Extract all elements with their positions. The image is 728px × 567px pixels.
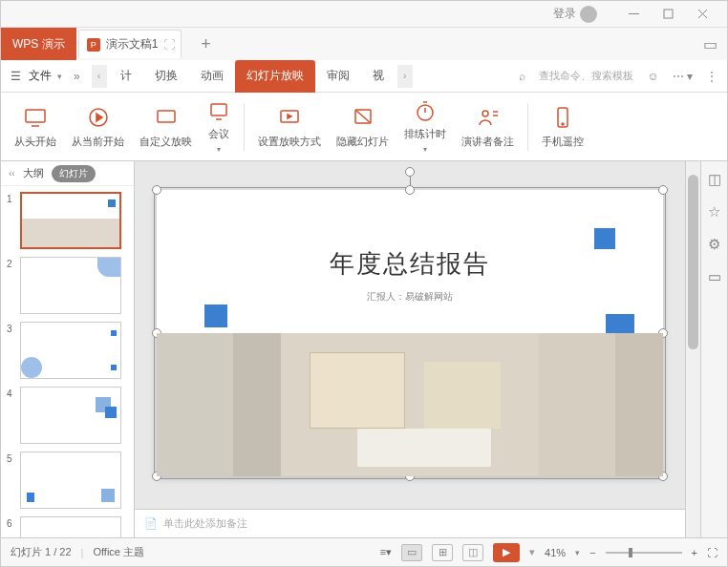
nav-prev-button[interactable]: ‹ bbox=[92, 65, 107, 88]
remote-button[interactable]: 手机遥控 bbox=[536, 98, 589, 156]
tab-slideshow[interactable]: 幻灯片放映 bbox=[235, 60, 315, 93]
svg-marker-7 bbox=[96, 114, 102, 121]
decoration bbox=[204, 304, 227, 327]
document-name: 演示文稿1 bbox=[106, 36, 159, 52]
theme-name: Office 主题 bbox=[93, 545, 144, 559]
presentation-icon: P bbox=[87, 38, 100, 52]
svg-line-14 bbox=[355, 110, 371, 123]
resize-handle[interactable] bbox=[152, 185, 161, 195]
normal-view-button[interactable]: ▭ bbox=[401, 544, 422, 561]
thumbnail-1[interactable]: 1 bbox=[7, 192, 128, 249]
rotate-handle[interactable] bbox=[405, 167, 415, 177]
svg-point-22 bbox=[562, 123, 564, 125]
tab-review[interactable]: 审阅 bbox=[315, 60, 361, 93]
slide-title[interactable]: 年度总结报告 bbox=[157, 247, 663, 281]
new-tab-button[interactable]: + bbox=[201, 34, 211, 54]
svg-point-18 bbox=[482, 111, 488, 116]
slide-canvas[interactable]: 年度总结报告 汇报人：易破解网站 bbox=[135, 161, 685, 537]
tab-transition[interactable]: 切换 bbox=[143, 60, 189, 93]
sorter-view-button[interactable]: ⊞ bbox=[432, 544, 453, 561]
hide-slide-button[interactable]: 隐藏幻灯片 bbox=[331, 98, 395, 156]
collapse-icon[interactable]: ‹‹ bbox=[9, 168, 15, 178]
svg-rect-9 bbox=[211, 104, 226, 116]
fit-button[interactable]: ⛶ bbox=[707, 547, 717, 558]
thumbnail-4[interactable]: 4 bbox=[7, 387, 128, 444]
document-tab[interactable]: P 演示文稿1 ⛶ bbox=[78, 30, 182, 58]
speaker-notes-button[interactable]: 演讲者备注 bbox=[456, 98, 520, 156]
tab-design[interactable]: 计 bbox=[109, 60, 143, 93]
list-icon[interactable]: ≡▾ bbox=[380, 546, 392, 558]
template-icon[interactable]: ▭ bbox=[708, 268, 721, 285]
tab-animation[interactable]: 动画 bbox=[189, 60, 235, 93]
reading-view-button[interactable]: ◫ bbox=[462, 544, 483, 561]
resize-handle[interactable] bbox=[658, 185, 668, 195]
speaker-icon bbox=[477, 104, 500, 131]
separator bbox=[527, 103, 528, 151]
notes-pane[interactable]: 📄 单击此处添加备注 bbox=[135, 509, 685, 537]
chat-icon[interactable]: ☺ bbox=[647, 70, 658, 83]
svg-rect-4 bbox=[26, 110, 45, 122]
favorite-icon[interactable]: ☆ bbox=[708, 203, 720, 220]
thumbnail-6[interactable]: 6 bbox=[7, 516, 128, 537]
nav-next-button[interactable]: › bbox=[397, 65, 413, 88]
thumbnail-5[interactable]: 5 bbox=[7, 452, 128, 509]
phone-icon bbox=[551, 104, 574, 131]
close-button[interactable] bbox=[685, 1, 719, 28]
minimize-button[interactable] bbox=[616, 1, 651, 28]
avatar-icon[interactable] bbox=[580, 6, 597, 23]
zoom-level[interactable]: 41% bbox=[545, 547, 566, 558]
slide-counter: 幻灯片 1 / 22 bbox=[11, 545, 72, 559]
side-toolbar: ◫ ☆ ⚙ ▭ bbox=[700, 161, 727, 537]
setup-button[interactable]: 设置放映方式 bbox=[252, 98, 327, 156]
notes-icon: 📄 bbox=[144, 517, 158, 530]
scroll-thumb[interactable] bbox=[688, 175, 698, 349]
file-menu[interactable]: 文件 bbox=[29, 68, 52, 84]
more-icon[interactable]: ⋮ bbox=[706, 70, 717, 83]
svg-rect-1 bbox=[664, 10, 673, 18]
setup-icon bbox=[278, 104, 301, 131]
meeting-button[interactable]: 会议▾ bbox=[202, 98, 236, 156]
notes-placeholder: 单击此处添加备注 bbox=[163, 516, 247, 531]
search-placeholder[interactable]: 查找命令、搜索模板 bbox=[539, 69, 633, 83]
zoom-slider[interactable] bbox=[606, 552, 682, 554]
screen-icon[interactable]: ⛶ bbox=[163, 38, 175, 52]
settings-icon[interactable]: ⚙ bbox=[708, 236, 720, 253]
current-slide[interactable]: 年度总结报告 汇报人：易破解网站 bbox=[157, 190, 663, 476]
play-button[interactable]: ▶ bbox=[493, 543, 520, 562]
sidebar-toggle-icon[interactable]: ▭ bbox=[703, 35, 717, 53]
thumbnail-panel: ‹‹ 大纲 幻灯片 1 2 3 4 5 6 bbox=[1, 161, 135, 537]
from-start-button[interactable]: 从头开始 bbox=[9, 98, 62, 156]
slide-image bbox=[157, 333, 663, 476]
svg-marker-12 bbox=[288, 115, 291, 118]
app-tab[interactable]: WPS 演示 bbox=[1, 28, 76, 60]
overflow-icon[interactable]: » bbox=[74, 70, 80, 83]
thumbnail-2[interactable]: 2 bbox=[7, 257, 128, 314]
timer-icon bbox=[414, 100, 437, 123]
outline-tab[interactable]: 大纲 bbox=[23, 166, 44, 180]
maximize-button[interactable] bbox=[651, 1, 685, 28]
separator bbox=[244, 103, 245, 151]
rehearse-button[interactable]: 排练计时▾ bbox=[398, 98, 452, 156]
search-icon[interactable]: ⌕ bbox=[519, 70, 525, 83]
slides-tab[interactable]: 幻灯片 bbox=[52, 165, 96, 182]
thumbnail-3[interactable]: 3 bbox=[7, 322, 128, 379]
slide-subtitle[interactable]: 汇报人：易破解网站 bbox=[157, 290, 663, 304]
vertical-scrollbar[interactable] bbox=[685, 161, 700, 537]
from-current-button[interactable]: 从当前开始 bbox=[66, 98, 130, 156]
zoom-in-button[interactable]: + bbox=[692, 547, 697, 558]
custom-show-button[interactable]: 自定义放映 bbox=[134, 98, 198, 156]
hamburger-icon[interactable]: ☰ bbox=[11, 70, 21, 83]
resize-handle[interactable] bbox=[405, 185, 415, 195]
hide-icon bbox=[352, 104, 375, 131]
custom-icon bbox=[155, 104, 178, 131]
help-dropdown-icon[interactable]: ⋯ ▾ bbox=[673, 70, 693, 83]
tab-view[interactable]: 视 bbox=[361, 60, 396, 93]
monitor-icon bbox=[24, 104, 47, 131]
dropdown-icon[interactable]: ▾ bbox=[57, 72, 62, 81]
svg-rect-8 bbox=[158, 111, 175, 122]
panel-icon[interactable]: ◫ bbox=[708, 171, 721, 188]
meeting-icon bbox=[207, 100, 230, 123]
login-text[interactable]: 登录 bbox=[553, 6, 576, 22]
zoom-out-button[interactable]: − bbox=[589, 547, 595, 558]
decoration bbox=[594, 228, 615, 249]
